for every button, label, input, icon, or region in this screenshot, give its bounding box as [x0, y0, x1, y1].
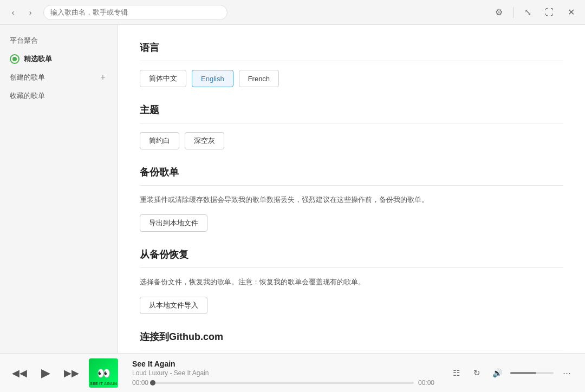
album-art-subtext: SEE IT AGAIN [89, 382, 118, 386]
restore-section-desc: 选择备份文件，恢复我的歌单。注意：恢复我的歌单会覆盖现有的歌单。 [140, 277, 563, 288]
album-art-emoji: 👀 [97, 368, 110, 378]
more-button[interactable]: ⋯ [559, 365, 574, 381]
title-bar-actions: ⚙ ⤡ ⛶ ✕ [491, 5, 578, 20]
song-artist: Loud Luxury - See It Again [132, 369, 209, 377]
language-tag-group: 简体中文 English French [140, 70, 563, 87]
language-option-english[interactable]: English [192, 70, 233, 87]
time-total: 00:00 [418, 379, 434, 387]
next-button[interactable]: ▶▶ [63, 364, 80, 382]
sidebar: 平台聚合 精选歌单 创建的歌单 + 收藏的歌单 [0, 25, 118, 353]
theme-tag-group: 简约白 深空灰 [140, 132, 563, 149]
player-controls: ◀◀ ▶ ▶▶ [11, 364, 80, 382]
title-bar: ‹ › ⚙ ⤡ ⛶ ✕ [0, 0, 585, 25]
song-info: See It Again Loud Luxury - See It Again [132, 360, 209, 377]
title-bar-divider [513, 7, 514, 18]
sidebar-item-curated-label: 精选歌单 [24, 54, 52, 64]
theme-option-simple-white[interactable]: 简约白 [140, 132, 179, 149]
sidebar-item-create-label: 创建的歌单 [10, 73, 45, 82]
backup-section: 备份歌单 重装插件或清除缓存数据会导致我的歌单数据丢失，强烈建议在这些操作前，备… [140, 166, 563, 232]
nav-buttons: ‹ › [6, 6, 37, 19]
language-option-french[interactable]: French [239, 70, 279, 87]
volume-button[interactable]: 🔊 [490, 365, 505, 381]
volume-bar[interactable] [510, 372, 554, 374]
player-bar: ◀◀ ▶ ▶▶ 👀 SEE IT AGAIN See It Again Loud… [0, 353, 585, 392]
restore-section-title: 从备份恢复 [140, 248, 563, 268]
github-section: 连接到Github.com 状态： 未连接 连接到Github.com [140, 330, 563, 353]
time-current: 00:00 [132, 379, 148, 387]
sidebar-item-create[interactable]: 创建的歌单 + [0, 68, 118, 87]
active-circle [10, 54, 20, 64]
settings-button[interactable]: ⚙ [491, 5, 506, 20]
theme-section-title: 主题 [140, 103, 563, 123]
album-art: 👀 SEE IT AGAIN [89, 358, 118, 388]
backup-section-title: 备份歌单 [140, 166, 563, 186]
progress-dot [150, 380, 155, 386]
import-button[interactable]: 从本地文件导入 [140, 297, 207, 314]
active-dot [12, 57, 17, 61]
sidebar-item-collected-label: 收藏的歌单 [10, 91, 45, 101]
close-button[interactable]: ✕ [563, 5, 578, 20]
theme-option-deep-gray[interactable]: 深空灰 [185, 132, 224, 149]
language-section-title: 语言 [140, 41, 563, 61]
sidebar-item-platform-label: 平台聚合 [10, 36, 38, 45]
export-button[interactable]: 导出到本地文件 [140, 214, 207, 232]
expand-button[interactable]: ⛶ [542, 5, 557, 20]
add-playlist-button[interactable]: + [98, 73, 108, 82]
curated-with-icon: 精选歌单 [10, 54, 52, 64]
theme-section: 主题 简约白 深空灰 [140, 103, 563, 149]
shrink-button[interactable]: ⤡ [520, 5, 535, 20]
main-layout: 平台聚合 精选歌单 创建的歌单 + 收藏的歌单 语言 简体中 [0, 25, 585, 353]
playlist-button[interactable]: ☷ [448, 365, 464, 381]
restore-section: 从备份恢复 选择备份文件，恢复我的歌单。注意：恢复我的歌单会覆盖现有的歌单。 从… [140, 248, 563, 314]
forward-button[interactable]: › [24, 6, 37, 19]
repeat-button[interactable]: ↻ [469, 365, 484, 381]
play-button[interactable]: ▶ [37, 364, 54, 382]
progress-area: See It Again Loud Luxury - See It Again … [127, 360, 440, 387]
sidebar-item-platform[interactable]: 平台聚合 [0, 31, 118, 50]
active-indicator-icon [10, 54, 20, 64]
volume-fill [510, 372, 536, 374]
prev-button[interactable]: ◀◀ [11, 364, 28, 382]
github-section-title: 连接到Github.com [140, 330, 563, 350]
progress-bar[interactable] [153, 382, 414, 384]
sidebar-item-collected[interactable]: 收藏的歌单 [0, 87, 118, 105]
language-section: 语言 简体中文 English French [140, 41, 563, 87]
player-right: ☷ ↻ 🔊 ⋯ [448, 365, 574, 381]
search-input[interactable] [43, 5, 227, 20]
backup-section-desc: 重装插件或清除缓存数据会导致我的歌单数据丢失，强烈建议在这些操作前，备份我的歌单… [140, 194, 563, 206]
song-title: See It Again [132, 360, 209, 368]
sidebar-item-curated[interactable]: 精选歌单 [0, 50, 118, 68]
back-button[interactable]: ‹ [6, 6, 20, 19]
language-option-chinese[interactable]: 简体中文 [140, 70, 186, 87]
content-area: 语言 简体中文 English French 主题 简约白 深空灰 备份歌单 重… [118, 25, 585, 353]
